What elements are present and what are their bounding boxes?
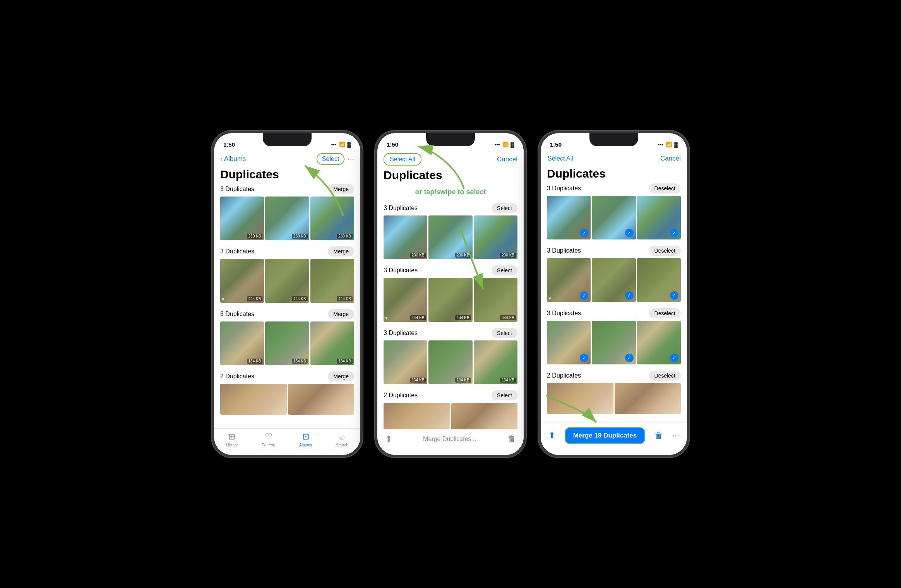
- photo-size-1-3-1: 134 KB: [247, 359, 263, 364]
- deselect-btn-3-1[interactable]: Deselect: [649, 183, 681, 193]
- photo-1-1-1[interactable]: 230 KB: [220, 197, 264, 240]
- photo-2-1-1[interactable]: 230 KB: [384, 215, 427, 259]
- photo-2-3-3[interactable]: 134 KB: [474, 340, 517, 384]
- photo-1-1-2[interactable]: 230 KB: [265, 197, 309, 240]
- deselect-btn-3-3[interactable]: Deselect: [649, 308, 681, 318]
- page-title-1: Duplicates: [220, 168, 354, 181]
- photo-3-2-3[interactable]: ✓: [637, 258, 681, 302]
- annotation-text-2: or tap/swipe to select: [384, 185, 517, 199]
- photo-1-2-3[interactable]: 444 KB: [310, 259, 354, 303]
- select-button-1[interactable]: Select: [317, 153, 344, 165]
- photos-row-1-1: 230 KB 230 KB 230 KB: [220, 197, 354, 240]
- photo-size-2-2-3: 444 KB: [500, 315, 516, 320]
- more-btn-3[interactable]: ···: [672, 431, 679, 441]
- merge-btn-1-4[interactable]: Merge: [328, 371, 354, 381]
- photo-1-3-2[interactable]: 134 KB: [265, 321, 309, 365]
- photo-3-3-1[interactable]: ✓: [547, 321, 591, 364]
- photos-row-1-4: [220, 384, 354, 415]
- photo-1-1-3[interactable]: 230 KB: [310, 197, 354, 240]
- deselect-btn-3-4[interactable]: Deselect: [649, 371, 681, 381]
- time-3: 1:50: [550, 141, 562, 148]
- back-label-1[interactable]: Albums: [224, 155, 246, 163]
- back-button-1[interactable]: ‹ Albums: [220, 155, 246, 163]
- notch-1: [263, 133, 312, 146]
- cancel-button-3[interactable]: Cancel: [660, 155, 681, 162]
- photo-3-1-1[interactable]: ✓: [547, 196, 591, 239]
- merge-duplicates-btn-2[interactable]: Merge Duplicates...: [423, 436, 476, 443]
- photo-3-2-2[interactable]: ✓: [592, 258, 635, 302]
- tab-foryou-1[interactable]: ♡ For You: [262, 432, 275, 447]
- check-3-2-1: ✓: [580, 291, 588, 300]
- content-2[interactable]: 3 Duplicates Select 230 KB 230 KB 230: [377, 203, 524, 429]
- photo-2-3-1[interactable]: 134 KB: [384, 340, 427, 384]
- notch-2: [426, 133, 475, 146]
- dup-group-1-1: 3 Duplicates Merge 230 KB 230 KB 230: [220, 184, 354, 240]
- wifi-icon-2: 📶: [502, 142, 509, 147]
- main-container: 1:50 ▪▪▪ 📶 ▓ ‹ Albums Select ···: [196, 115, 705, 473]
- photo-size-1-2-1: 444 KB: [247, 296, 263, 301]
- photo-2-4-2[interactable]: [451, 403, 518, 429]
- content-1[interactable]: 3 Duplicates Merge 230 KB 230 KB 230: [214, 184, 360, 428]
- delete-btn-3[interactable]: 🗑: [654, 431, 663, 441]
- deselect-btn-3-2[interactable]: Deselect: [649, 246, 681, 256]
- merge-btn-1-2[interactable]: Merge: [328, 246, 354, 256]
- photo-2-1-3[interactable]: 230 KB: [474, 215, 517, 259]
- photo-2-2-1[interactable]: ♥ 444 KB: [384, 278, 427, 321]
- merge-19-btn-3[interactable]: Merge 19 Duplicates: [565, 427, 645, 444]
- photo-3-1-2[interactable]: ✓: [592, 196, 635, 239]
- photos-row-2-2: ♥ 444 KB 444 KB 444 KB: [384, 278, 517, 321]
- dup-header-3-3: 3 Duplicates Deselect: [547, 308, 681, 318]
- nav-bar-1: ‹ Albums Select ···: [214, 152, 360, 168]
- photo-3-4-1[interactable]: [547, 383, 613, 414]
- check-3-3-1: ✓: [580, 354, 588, 362]
- select-btn-2-1[interactable]: Select: [492, 203, 517, 213]
- tab-search-1[interactable]: ⌕ Search: [336, 432, 348, 447]
- dup-group-1-2: 3 Duplicates Merge ♥ 444 KB 444 KB: [220, 246, 354, 303]
- photo-size-1-3-3: 134 KB: [337, 359, 353, 364]
- merge-btn-1-3[interactable]: Merge: [328, 309, 354, 319]
- select-btn-2-4[interactable]: Select: [492, 390, 517, 400]
- photo-3-2-1[interactable]: ♥ ✓: [547, 258, 591, 302]
- page-title-area-3: Duplicates: [541, 167, 687, 183]
- tab-foryou-label-1: For You: [262, 443, 275, 447]
- select-all-button-2[interactable]: Select All: [384, 153, 421, 166]
- delete-btn-2[interactable]: 🗑: [507, 434, 516, 444]
- select-btn-2-2[interactable]: Select: [492, 265, 517, 275]
- merge-btn-1-1[interactable]: Merge: [328, 184, 354, 194]
- phone2-wrapper: 1:50 ▪▪▪ 📶 ▓ Select All Cancel Duplicate…: [375, 131, 526, 457]
- photo-1-4-2[interactable]: [288, 384, 355, 415]
- photo-2-2-2[interactable]: 444 KB: [428, 278, 472, 321]
- photo-1-3-1[interactable]: 134 KB: [220, 321, 264, 365]
- photo-2-1-2[interactable]: 230 KB: [428, 215, 472, 259]
- check-3-3-2: ✓: [625, 354, 634, 362]
- select-btn-2-3[interactable]: Select: [492, 328, 517, 338]
- tab-albums-1[interactable]: ⊡ Albums: [299, 432, 312, 447]
- photo-2-4-1[interactable]: [384, 403, 450, 429]
- share-btn-2[interactable]: ⬆: [385, 434, 392, 444]
- photo-3-3-2[interactable]: ✓: [592, 321, 635, 364]
- status-icons-3: ▪▪▪ 📶 ▓: [658, 142, 678, 147]
- page-title-area-1: Duplicates: [214, 168, 360, 184]
- page-title-2: Duplicates: [384, 169, 517, 182]
- dup-count-2-3: 3 Duplicates: [384, 330, 418, 337]
- photo-3-1-3[interactable]: ✓: [637, 196, 681, 239]
- cancel-button-2[interactable]: Cancel: [497, 156, 517, 163]
- signal-icon-2: ▪▪▪: [495, 142, 500, 147]
- dup-header-1-4: 2 Duplicates Merge: [220, 371, 354, 381]
- photo-1-3-3[interactable]: 134 KB: [310, 321, 354, 365]
- content-3[interactable]: 3 Duplicates Deselect ✓ ✓ ✓: [541, 183, 687, 422]
- photo-2-3-2[interactable]: 134 KB: [428, 340, 472, 384]
- tab-library-1[interactable]: ⊞ Library: [226, 432, 238, 447]
- photo-3-3-3[interactable]: ✓: [637, 321, 681, 364]
- share-btn-3[interactable]: ⬆: [548, 431, 555, 441]
- photo-1-4-1[interactable]: [220, 384, 287, 415]
- photo-1-2-2[interactable]: 444 KB: [265, 259, 309, 303]
- photo-2-2-3[interactable]: 444 KB: [474, 278, 517, 321]
- photo-3-4-2[interactable]: [615, 383, 681, 414]
- more-button-1[interactable]: ···: [348, 155, 354, 164]
- select-all-button-3[interactable]: Select All: [547, 153, 574, 164]
- photo-size-2-3-2: 134 KB: [455, 378, 471, 383]
- dup-header-2-2: 3 Duplicates Select: [384, 265, 517, 275]
- dup-group-2-1: 3 Duplicates Select 230 KB 230 KB 230: [384, 203, 517, 259]
- photo-1-2-1[interactable]: ♥ 444 KB: [220, 259, 264, 303]
